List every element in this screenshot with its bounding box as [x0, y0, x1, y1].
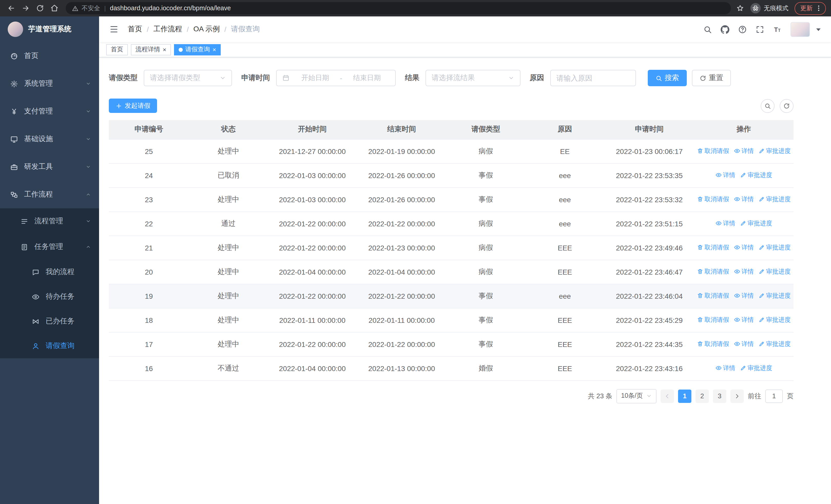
action-progress-link[interactable]: 审批进度: [758, 316, 791, 324]
action-cancel-link[interactable]: 取消请假: [697, 267, 729, 276]
action-detail-link[interactable]: 详情: [734, 340, 754, 349]
sidebar-collapse-button[interactable]: [109, 25, 119, 34]
tab-leave-query[interactable]: 请假查询×: [174, 44, 221, 55]
action-progress-link[interactable]: 审批进度: [758, 340, 791, 349]
workflow-icon: [10, 191, 18, 198]
reason-input[interactable]: [550, 70, 636, 86]
sidebar-item-my-process[interactable]: 我的流程: [0, 260, 99, 284]
sidebar-item-process-management[interactable]: 流程管理: [0, 208, 99, 234]
sidebar-item-system[interactable]: 系统管理: [0, 70, 99, 97]
avatar-caret-icon[interactable]: [814, 25, 823, 34]
github-icon[interactable]: [721, 25, 729, 34]
action-detail-link[interactable]: 详情: [734, 316, 754, 324]
action-progress-link[interactable]: 审批进度: [758, 195, 791, 204]
chevron-up-icon: [86, 244, 91, 249]
action-detail-link[interactable]: 详情: [715, 364, 735, 373]
help-icon[interactable]: [738, 25, 747, 34]
tab-close-icon[interactable]: ×: [163, 47, 166, 53]
tabs-bar: 首页流程详情×请假查询×: [99, 42, 831, 58]
sidebar-item-workflow[interactable]: 工作流程: [0, 181, 99, 208]
table-row: 18处理中2022-01-11 00:00:002022-01-11 00:00…: [109, 308, 794, 332]
refresh-table-button[interactable]: [780, 99, 794, 113]
action-cancel-link[interactable]: 取消请假: [697, 340, 729, 349]
font-size-icon[interactable]: TT: [773, 25, 782, 34]
leave-type-select[interactable]: 请选择请假类型: [144, 70, 232, 86]
action-label: 详情: [741, 340, 754, 349]
sidebar-item-done-tasks[interactable]: 已办任务: [0, 309, 99, 334]
fullscreen-icon[interactable]: [755, 25, 764, 34]
cell-reason: eee: [525, 163, 605, 187]
sidebar-item-dev-tools[interactable]: 研发工具: [0, 153, 99, 181]
browser-back-button[interactable]: [5, 2, 18, 14]
omnibox-divider: |: [104, 5, 106, 12]
action-cancel-link[interactable]: 取消请假: [697, 243, 729, 252]
action-cancel-link[interactable]: 取消请假: [697, 147, 729, 155]
browser-home-button[interactable]: [48, 2, 61, 14]
eye-icon: [734, 293, 740, 299]
breadcrumb-item[interactable]: 工作流程: [153, 25, 182, 34]
column-header: 请假类型: [447, 120, 525, 139]
tab-home[interactable]: 首页: [106, 44, 128, 55]
action-cancel-link[interactable]: 取消请假: [697, 195, 729, 204]
address-bar[interactable]: 不安全 | dashboard.yudao.iocoder.cn/bpm/oa/…: [66, 2, 731, 14]
user-avatar[interactable]: [791, 22, 810, 37]
apply-time-range-picker[interactable]: 开始日期 - 结束日期: [276, 70, 396, 86]
cell-apply-id: 16: [109, 356, 189, 380]
action-label: 详情: [723, 364, 735, 373]
page-number-button[interactable]: 3: [713, 389, 726, 403]
action-detail-link[interactable]: 详情: [734, 195, 754, 204]
bookmark-star-icon[interactable]: [736, 4, 744, 12]
sidebar-item-todo-tasks[interactable]: 待办任务: [0, 284, 99, 309]
action-progress-link[interactable]: 审批进度: [758, 267, 791, 276]
cell-actions: 取消请假详情审批进度: [694, 139, 794, 163]
next-page-button[interactable]: [730, 389, 744, 403]
action-detail-link[interactable]: 详情: [734, 243, 754, 252]
cell-status: 处理中: [189, 139, 268, 163]
action-progress-link[interactable]: 审批进度: [758, 243, 791, 252]
page-number-button[interactable]: 1: [678, 389, 691, 403]
action-detail-link[interactable]: 详情: [715, 219, 735, 228]
breadcrumb-item[interactable]: OA 示例: [194, 25, 220, 34]
goto-page-input[interactable]: [765, 389, 783, 403]
action-progress-link[interactable]: 审批进度: [758, 292, 791, 300]
trash-icon: [697, 293, 703, 299]
browser-actions: 无痕模式 更新: [736, 2, 826, 14]
edit-icon: [740, 220, 746, 227]
action-progress-link[interactable]: 审批进度: [740, 219, 772, 228]
sidebar-item-leave-query[interactable]: 请假查询: [0, 334, 99, 358]
create-leave-button[interactable]: 发起请假: [109, 98, 157, 113]
action-cancel-link[interactable]: 取消请假: [697, 292, 729, 300]
action-detail-link[interactable]: 详情: [734, 267, 754, 276]
prev-page-button[interactable]: [661, 389, 674, 403]
sidebar-item-task-management[interactable]: 任务管理: [0, 234, 99, 260]
action-cancel-link[interactable]: 取消请假: [697, 316, 729, 324]
browser-reload-button[interactable]: [34, 2, 46, 14]
page-size-select[interactable]: 10条/页: [617, 389, 657, 403]
tab-close-icon[interactable]: ×: [212, 47, 216, 53]
cell-leave-type: 事假: [447, 163, 525, 187]
search-button[interactable]: 搜索: [648, 70, 687, 86]
sidebar-item-payment[interactable]: 支付管理: [0, 97, 99, 125]
result-select[interactable]: 请选择流结果: [426, 70, 520, 86]
toggle-search-button[interactable]: [761, 99, 775, 113]
page-number-button[interactable]: 2: [695, 389, 709, 403]
action-detail-link[interactable]: 详情: [734, 147, 754, 155]
sidebar-item-infrastructure[interactable]: 基础设施: [0, 125, 99, 153]
edit-icon: [758, 317, 765, 323]
browser-forward-button[interactable]: [20, 2, 32, 14]
breadcrumb-separator: /: [224, 25, 226, 33]
action-progress-link[interactable]: 审批进度: [740, 171, 772, 180]
action-detail-link[interactable]: 详情: [734, 292, 754, 300]
action-progress-link[interactable]: 审批进度: [740, 364, 772, 373]
url-text: dashboard.yudao.iocoder.cn/bpm/oa/leave: [110, 5, 231, 12]
tab-process-detail[interactable]: 流程详情×: [131, 44, 171, 55]
column-header: 状态: [189, 120, 268, 139]
action-detail-link[interactable]: 详情: [715, 171, 735, 180]
date-start-placeholder: 开始日期: [292, 73, 338, 83]
header-search-icon[interactable]: [703, 25, 712, 34]
breadcrumb-item[interactable]: 首页: [128, 25, 142, 34]
browser-menu-update-button[interactable]: 更新: [795, 2, 826, 14]
sidebar-item-home[interactable]: 首页: [0, 42, 99, 70]
action-progress-link[interactable]: 审批进度: [758, 147, 791, 155]
reset-button[interactable]: 重置: [692, 70, 731, 86]
